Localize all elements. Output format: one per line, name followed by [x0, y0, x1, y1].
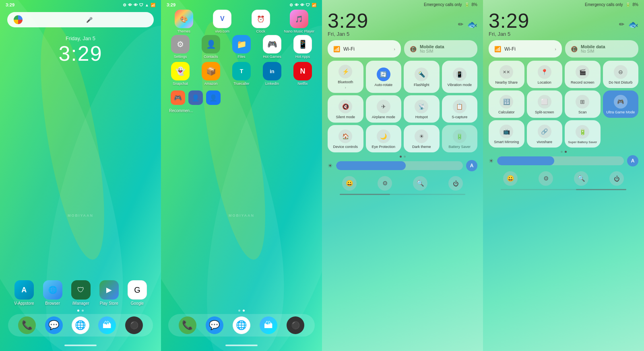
mobile-tile-2[interactable]: 📵 Mobile data No SIM: [565, 40, 638, 57]
tile-location[interactable]: 📍 Location: [527, 61, 563, 88]
tile-bluetooth[interactable]: ⚡ Bluetooth ›: [328, 61, 363, 93]
app-vivo[interactable]: V vivo.com: [204, 10, 241, 33]
dock-phone[interactable]: 📞: [18, 316, 36, 334]
tile-batterysaver[interactable]: 🔋 Battery Saver: [442, 125, 478, 152]
qs-status-bar-2: Emergency calls only 🔋 8%: [483, 0, 644, 8]
search-icon-1[interactable]: 🔍: [413, 176, 427, 191]
wifi-tile-1[interactable]: 📶 Wi-Fi ›: [328, 40, 401, 57]
home-date: Friday, Jan 5: [4, 35, 157, 41]
tile-nearbyshare[interactable]: ✕✕ Nearby Share: [489, 61, 524, 88]
tile-silent[interactable]: 🔇 Silent mode: [328, 95, 363, 123]
netflix-label: Netflix: [297, 82, 308, 86]
emergency-text-2: Emergency calls only: [585, 2, 623, 7]
home-clock: 3:29: [4, 41, 157, 66]
tile-devicecontrols[interactable]: 🏠 Device controls: [328, 125, 363, 152]
app-amazon[interactable]: 📦 Amazon: [196, 62, 225, 86]
dock-gallery[interactable]: 🏔: [98, 316, 116, 334]
tile-autorotate[interactable]: 🔄 Auto-rotate: [366, 61, 402, 93]
smartmirroring-label: Smart Mirroring: [494, 140, 519, 144]
avatar-2[interactable]: A: [627, 155, 638, 166]
avatar-1[interactable]: A: [466, 160, 477, 171]
tile-dnd[interactable]: ⊖ Do Not Disturb: [603, 61, 639, 88]
battery-pct-1: 8%: [472, 2, 477, 7]
dock2-camera[interactable]: ⚫: [287, 316, 304, 334]
app-hotapps[interactable]: 📱 Hot Apps: [288, 35, 317, 59]
app-vappstore[interactable]: A V-Appstore: [14, 280, 34, 306]
wifi-tile-2[interactable]: 📶 Wi-Fi ›: [489, 40, 562, 57]
playstore-icon: ▶: [99, 280, 119, 300]
airplane-label: Airplane mode: [372, 115, 395, 119]
tile-smartmirroring[interactable]: 📺 Smart Mirroring: [489, 120, 524, 148]
tile-scapture[interactable]: 📋 S-capture: [442, 95, 478, 123]
dock2-chrome[interactable]: 🌐: [233, 316, 250, 334]
app-files[interactable]: 📁 Files: [227, 35, 256, 59]
app-clock[interactable]: ⏰ Clock: [243, 10, 279, 33]
mic-icon[interactable]: 🎤: [86, 17, 147, 23]
tile-vivoshare[interactable]: 🔗 vivoshare: [527, 120, 563, 148]
app-google[interactable]: G Google: [128, 280, 147, 306]
qs-page-dots-2: [489, 151, 638, 153]
app-imanager[interactable]: 🛡 iManager: [71, 280, 91, 306]
app-settings[interactable]: ⚙ Settings: [166, 35, 195, 59]
tile-flashlight[interactable]: 🔦 Flashlight: [404, 61, 440, 93]
tile-calculator[interactable]: 🔢 Calculator: [489, 90, 524, 118]
user-icon-2[interactable]: 😀: [503, 171, 518, 186]
app-linkedin[interactable]: in LinkedIn: [258, 62, 287, 86]
dock2-messages[interactable]: 💬: [206, 316, 223, 334]
tile-superbattery[interactable]: 🔋 Super Battery Saver: [565, 120, 601, 148]
app-contacts[interactable]: 👤 Contacts: [196, 35, 225, 59]
vivoshare-label: vivoshare: [537, 140, 552, 144]
hotspot-icon: 📡: [415, 100, 428, 113]
tile-recordscreen[interactable]: 🎬 Record screen: [565, 61, 601, 88]
tile-scan[interactable]: ⊞ Scan: [565, 90, 601, 118]
camera-icon: ⚫: [125, 316, 143, 334]
recordscreen-label: Record screen: [571, 80, 594, 84]
search-icon-2[interactable]: 🔍: [574, 171, 588, 186]
dock-messages[interactable]: 💬: [45, 316, 63, 334]
tile-airplane[interactable]: ✈ Airplane mode: [366, 95, 402, 123]
dock2-phone[interactable]: 📞: [179, 316, 196, 334]
app-hotgames[interactable]: 🎮 Hot Games: [258, 35, 287, 59]
dock-chrome[interactable]: 🌐: [72, 316, 89, 334]
hotapps-icon: 📱: [293, 35, 312, 53]
app-snapchat[interactable]: 👻 Snapchat: [166, 62, 195, 86]
app-music[interactable]: 🎵 Nano Music Player: [281, 10, 318, 33]
google-icon: G: [128, 280, 147, 300]
app-playstore[interactable]: ▶ Play Store: [99, 280, 119, 306]
app-themes[interactable]: 🎨 Themes: [166, 10, 202, 33]
app-truecaller[interactable]: T Truecaller: [227, 62, 256, 86]
edit-icon-2[interactable]: ✏: [619, 21, 624, 28]
files-icon: 📁: [232, 35, 251, 53]
brightness-icon-1: ☀: [328, 162, 333, 169]
app-browser[interactable]: 🌐 Browser: [43, 280, 62, 306]
search-bar[interactable]: 🎤: [7, 12, 154, 27]
qs-time-date-1: 3:29 Fri, Jan 5: [328, 9, 368, 39]
tile-splitscreen[interactable]: ⬜ Split-screen: [527, 90, 563, 118]
devicecontrols-label: Device controls: [333, 145, 358, 149]
eyeprotection-icon: 🌙: [377, 129, 390, 143]
app-row-3: 👻 Snapchat 📦 Amazon T Truecaller in Link…: [164, 60, 319, 87]
power-icon-1[interactable]: ⏻: [448, 176, 463, 191]
qs-dot-2b: [565, 151, 567, 153]
app-netflix[interactable]: N Netflix: [288, 62, 317, 86]
settings-icon-2[interactable]: ⚙: [539, 171, 553, 186]
edit-icon-1[interactable]: ✏: [458, 21, 463, 28]
tile-hotspot[interactable]: 📡 Hotspot: [404, 95, 440, 123]
battery-icon-2: 🔋: [625, 2, 630, 7]
user-icon-1[interactable]: 😀: [342, 176, 357, 191]
dock2-gallery[interactable]: 🏔: [260, 316, 277, 334]
dock-camera[interactable]: ⚫: [125, 316, 143, 334]
tile-vibration[interactable]: 📳 Vibration mode: [442, 61, 478, 93]
mobile-tile-1[interactable]: 📵 Mobile data No SIM: [404, 40, 477, 57]
power-icon-2[interactable]: ⏻: [609, 171, 624, 186]
tile-darktheme[interactable]: ☀ Dark theme: [404, 125, 440, 152]
tile-ultragame[interactable]: 🎮 Ultra Game Mode: [603, 90, 639, 118]
brightness-track-2[interactable]: [497, 156, 624, 165]
settings-icon-1[interactable]: ⚙: [378, 176, 392, 191]
wifi-icon-1: 📶: [333, 46, 340, 52]
wifi-chevron-2: ›: [555, 47, 556, 51]
brightness-track-1[interactable]: [336, 161, 463, 170]
home-screen-panel: 3:29 ⚙👁👁🛡 ▲📶 🎤 Friday, Jan 5 3:29 A V-Ap…: [0, 0, 161, 351]
gallery-icon-2: 🏔: [260, 316, 277, 334]
tile-eyeprotection[interactable]: 🌙 Eye Protection: [366, 125, 402, 152]
